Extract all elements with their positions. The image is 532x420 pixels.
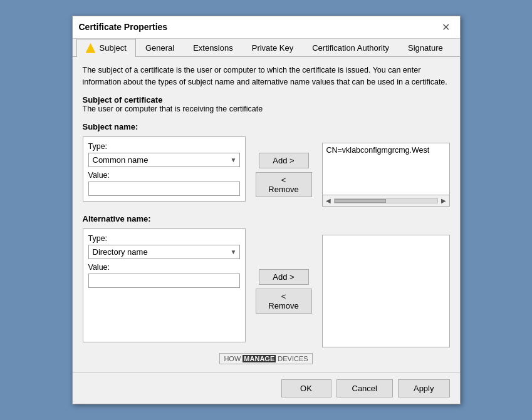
type-dropdown-wrapper[interactable]: Common name Organization Organizational … [88,153,240,167]
subject-value-display: CN=vklabconfigmgrcmg.West [323,143,449,195]
subject-action-buttons: Add > < Remove [256,143,312,207]
alt-name-box: Type: Directory name DNS Email IP addres… [83,228,246,342]
subject-of-cert-label: Subject of certificate [83,95,450,105]
title-bar: Certificate Properties ✕ [73,16,460,39]
alt-name-row: Type: Directory name DNS Email IP addres… [83,228,450,347]
tab-private-key[interactable]: Private Key [243,39,303,57]
scroll-track[interactable] [334,198,438,203]
subject-of-cert-subtitle: The user or computer that is receiving t… [83,105,450,113]
subject-description: The subject of a certificate is the user… [83,64,450,88]
tab-certification-authority[interactable]: Certification Authority [303,39,399,57]
alt-type-dropdown-wrapper[interactable]: Directory name DNS Email IP address URI … [88,245,240,259]
type-dropdown[interactable]: Common name Organization Organizational … [89,153,239,166]
title-bar-left: Certificate Properties [79,22,168,32]
subject-name-left: Type: Common name Organization Organizat… [83,136,246,207]
dialog-title: Certificate Properties [79,22,168,32]
tab-signature[interactable]: Signature [399,39,452,57]
type-label: Type: [88,142,240,151]
subject-name-box: Type: Common name Organization Organizat… [83,136,246,202]
apply-button[interactable]: Apply [398,379,450,397]
subject-name-row: Type: Common name Organization Organizat… [83,136,450,207]
tab-general[interactable]: General [136,39,184,57]
alt-value-label: Value: [88,263,240,272]
scroll-thumb [335,199,386,203]
subject-scrollbar: ◀ ▶ [323,195,449,206]
tab-private-key-label: Private Key [252,43,293,53]
subject-value-display-area: CN=vklabconfigmgrcmg.West ◀ ▶ [322,143,450,207]
subject-remove-button[interactable]: < Remove [256,172,312,197]
tab-general-label: General [145,43,174,53]
alt-value-input[interactable] [88,274,240,288]
bottom-buttons: OK Cancel Apply [73,372,460,404]
tabs-container: Subject General Extensions Private Key C… [73,39,460,57]
subject-tab-content: The subject of a certificate is the user… [73,57,460,373]
alt-name-section-label: Alternative name: [83,214,450,223]
warning-icon [86,43,96,53]
tab-signature-label: Signature [408,43,443,53]
alt-action-buttons: Add > < Remove [256,235,312,347]
tab-subject[interactable]: Subject [76,39,136,57]
close-button[interactable]: ✕ [438,20,454,34]
value-label: Value: [88,171,240,180]
tab-subject-label: Subject [100,43,127,53]
alt-type-dropdown[interactable]: Directory name DNS Email IP address URI … [89,245,239,259]
watermark-text: HOW MANAGE DEVICES [219,353,312,364]
watermark: HOW MANAGE DEVICES [83,352,450,365]
subject-add-button[interactable]: Add > [259,153,309,168]
alt-add-button[interactable]: Add > [259,269,309,285]
alt-type-label: Type: [88,234,240,243]
tab-extensions-label: Extensions [193,43,233,53]
ok-button[interactable]: OK [281,379,331,397]
subject-value-input[interactable] [88,182,240,196]
subject-name-section-label: Subject name: [83,122,450,131]
scroll-right-arrow[interactable]: ▶ [439,197,448,204]
certificate-properties-dialog: Certificate Properties ✕ Subject General… [72,16,461,405]
alt-name-right [322,235,450,347]
tab-certification-authority-label: Certification Authority [312,43,389,53]
alt-value-display-area [322,235,450,347]
subject-of-cert-section: Subject of certificate The user or compu… [83,95,450,117]
subject-name-right: CN=vklabconfigmgrcmg.West ◀ ▶ [322,143,450,207]
cancel-button[interactable]: Cancel [336,379,393,397]
tab-extensions[interactable]: Extensions [184,39,243,57]
alt-name-left: Type: Directory name DNS Email IP addres… [83,228,246,347]
alt-remove-button[interactable]: < Remove [256,289,312,314]
scroll-left-arrow[interactable]: ◀ [324,197,333,204]
